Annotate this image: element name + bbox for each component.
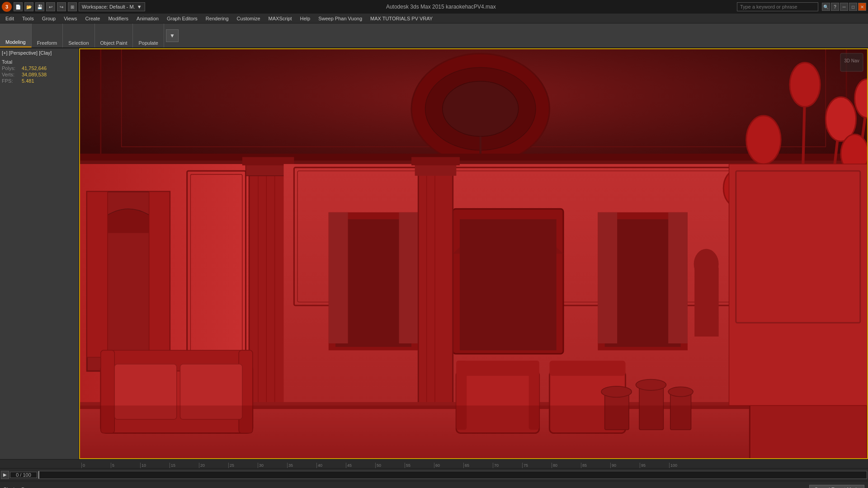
- svg-rect-48: [411, 157, 460, 165]
- viewport-nav-cube[interactable]: 3D Nav: [838, 51, 865, 74]
- scene-canvas: [80, 49, 867, 458]
- workspace-selector[interactable]: Workspace: Default - M. ▼: [79, 2, 145, 11]
- import-btn[interactable]: ⊞: [68, 2, 77, 11]
- search-input[interactable]: [737, 2, 818, 11]
- tab-object-paint[interactable]: Object Paint: [95, 23, 133, 47]
- timeline-area: ▶ 0 / 100: [0, 468, 868, 481]
- tab-freeform[interactable]: Freeform: [32, 23, 63, 47]
- menu-help[interactable]: Help: [297, 15, 314, 22]
- svg-rect-85: [729, 164, 867, 406]
- ruler-tick-45: 45: [346, 463, 375, 468]
- svg-rect-62: [549, 361, 625, 376]
- verts-row: Verts: 34,089,538: [2, 72, 77, 77]
- open-btn[interactable]: 📂: [24, 2, 33, 11]
- ribbon-dropdown-btn[interactable]: ▼: [166, 29, 179, 42]
- svg-point-43: [694, 249, 719, 279]
- polys-value: 41,752,646: [22, 66, 47, 71]
- svg-rect-37: [460, 219, 557, 350]
- svg-rect-34: [329, 212, 348, 343]
- svg-rect-20: [149, 192, 170, 357]
- tab-populate[interactable]: Populate: [133, 23, 164, 47]
- svg-point-6: [443, 81, 519, 136]
- ruler-tick-40: 40: [316, 463, 346, 468]
- ruler-tick-50: 50: [375, 463, 405, 468]
- svg-point-68: [668, 387, 693, 396]
- svg-text:3D Nav: 3D Nav: [844, 58, 859, 63]
- polys-label: Polys:: [2, 66, 20, 71]
- fps-label: FPS:: [2, 78, 20, 84]
- menu-maxscript[interactable]: MAXScript: [265, 15, 296, 22]
- svg-point-64: [601, 386, 632, 397]
- menu-sweep[interactable]: Sweep Phan Vuong: [315, 15, 366, 22]
- ruler-tick-90: 90: [610, 463, 640, 468]
- menu-graph-editors[interactable]: Graph Editors: [163, 15, 201, 22]
- undo-btn[interactable]: ↩: [46, 2, 55, 11]
- ruler-tick-15: 15: [170, 463, 199, 468]
- ruler-tick-95: 95: [640, 463, 669, 468]
- total-row: Total: [2, 59, 77, 65]
- svg-point-78: [746, 116, 781, 164]
- main-layout: [+] [Perspective] [Clay] Total Polys: 41…: [0, 48, 868, 459]
- save-btn[interactable]: 💾: [35, 2, 44, 11]
- viewport[interactable]: 3D Nav: [79, 48, 868, 459]
- new-btn[interactable]: 📄: [14, 2, 23, 11]
- timeline-start-marker: [38, 471, 39, 479]
- ruler-tick-60: 60: [434, 463, 463, 468]
- restore-btn[interactable]: □: [849, 3, 857, 11]
- ruler-tick-55: 55: [405, 463, 434, 468]
- ruler-tick-70: 70: [493, 463, 522, 468]
- menu-edit[interactable]: Edit: [2, 15, 18, 22]
- left-panel: [+] [Perspective] [Clay] Total Polys: 41…: [0, 48, 79, 459]
- ruler-tick-75: 75: [522, 463, 552, 468]
- fps-value: 5.481: [22, 78, 34, 84]
- svg-rect-87: [80, 405, 867, 458]
- ruler-tick-30: 30: [258, 463, 287, 468]
- svg-rect-35: [399, 212, 419, 343]
- status-text: Playing Demo...: [4, 487, 806, 488]
- minimize-btn[interactable]: ─: [840, 3, 848, 11]
- polys-row: Polys: 41,752,646: [2, 66, 77, 71]
- workspace-label: Workspace: Default - M.: [82, 4, 135, 9]
- verts-label: Verts:: [2, 72, 20, 77]
- menu-views[interactable]: Views: [60, 15, 80, 22]
- timeline-play-btn[interactable]: ▶: [1, 471, 9, 479]
- svg-rect-58: [456, 361, 539, 376]
- svg-rect-41: [668, 212, 688, 343]
- menu-modifiers[interactable]: Modifiers: [104, 15, 132, 22]
- menu-bar: Edit Tools Group Views Create Modifiers …: [0, 14, 868, 23]
- app-title: Autodesk 3ds Max 2015 karaokehacPV4.max: [147, 4, 735, 10]
- menu-animation[interactable]: Animation: [133, 15, 162, 22]
- svg-rect-19: [87, 192, 108, 357]
- tab-selection[interactable]: Selection: [63, 23, 94, 47]
- ruler-tick-5: 5: [111, 463, 140, 468]
- fps-row: FPS: 5.481: [2, 78, 77, 84]
- ruler-tick-35: 35: [287, 463, 316, 468]
- ruler-tick-20: 20: [199, 463, 228, 468]
- frame-ruler: 0 5 10 15 20 25 30 35 40 45 50 55 60 65 …: [0, 459, 868, 468]
- cancel-expert-mode-button[interactable]: Cancel Expert Mode: [809, 485, 864, 488]
- close-btn[interactable]: ✕: [858, 3, 866, 11]
- ruler-tick-65: 65: [463, 463, 493, 468]
- verts-value: 34,089,538: [22, 72, 47, 77]
- status-bar: Playing Demo... Cancel Expert Mode: [0, 481, 868, 488]
- menu-tutorials[interactable]: MAX TUTORIALS PV VRAY: [367, 15, 436, 22]
- search-icon-btn[interactable]: 🔍: [822, 3, 830, 11]
- redo-btn[interactable]: ↪: [57, 2, 66, 11]
- timeline-track[interactable]: [38, 471, 867, 479]
- menu-tools[interactable]: Tools: [19, 15, 38, 22]
- svg-rect-40: [598, 212, 617, 343]
- menu-create[interactable]: Create: [81, 15, 104, 22]
- help-icon-btn[interactable]: ?: [831, 3, 839, 11]
- menu-group[interactable]: Group: [38, 15, 60, 22]
- svg-point-66: [636, 379, 666, 390]
- tab-modeling[interactable]: Modeling: [0, 23, 32, 47]
- menu-rendering[interactable]: Rendering: [202, 15, 232, 22]
- svg-point-79: [790, 62, 820, 107]
- menu-customize[interactable]: Customize: [233, 15, 264, 22]
- ruler-tick-80: 80: [552, 463, 581, 468]
- total-label: Total: [2, 59, 20, 65]
- ribbon-bar: Modeling Freeform Selection Object Paint…: [0, 23, 868, 48]
- ruler-tick-10: 10: [140, 463, 170, 468]
- workspace-dropdown-icon[interactable]: ▼: [137, 4, 142, 9]
- svg-rect-16: [80, 160, 867, 164]
